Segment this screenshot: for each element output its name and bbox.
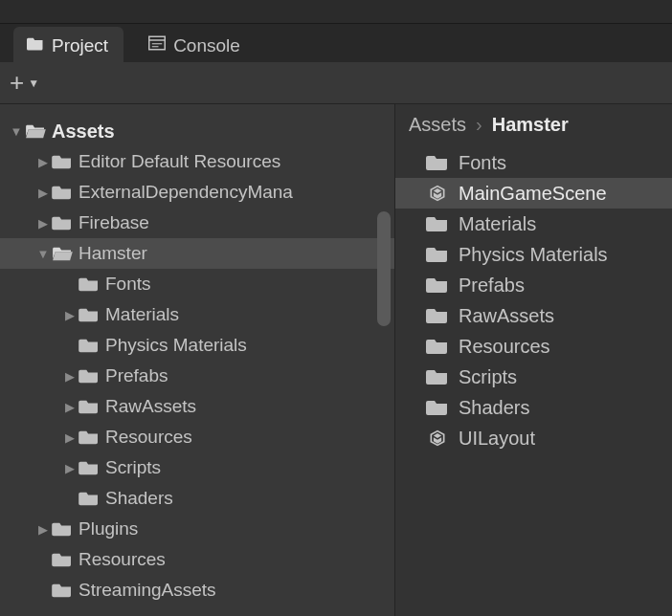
content-item-label: Resources <box>459 336 550 358</box>
breadcrumb-current[interactable]: Hamster <box>492 114 569 136</box>
tab-console[interactable]: Console <box>135 27 256 62</box>
tree-item[interactable]: ▶Firebase <box>0 208 394 238</box>
folder-icon <box>426 245 449 264</box>
content-folder-item[interactable]: Prefabs <box>395 270 672 300</box>
content-folder-item[interactable]: Physics Materials <box>395 239 672 270</box>
chevron-right-icon[interactable]: ▶ <box>34 216 52 231</box>
content-folder-item[interactable]: Fonts <box>395 147 672 178</box>
plus-icon: + <box>10 68 24 98</box>
tree-item-label: Prefabs <box>105 365 168 386</box>
chevron-down-icon: ▼ <box>8 124 25 139</box>
content-scene-item[interactable]: MainGameScene <box>395 178 672 209</box>
window-title-bar <box>0 0 672 24</box>
tree-root[interactable]: ▼Assets <box>0 116 394 146</box>
content-scene-item[interactable]: UILayout <box>395 423 672 453</box>
chevron-down-icon: ▼ <box>28 77 39 90</box>
tree-root-label: Assets <box>52 121 115 143</box>
content-item-label: MainGameScene <box>459 183 607 205</box>
folder-icon <box>52 153 73 170</box>
folder-tree[interactable]: ▼Assets▶Editor Default Resources▶Externa… <box>0 104 394 605</box>
folder-icon <box>52 245 73 262</box>
folder-icon <box>78 429 100 446</box>
tree-item-label: Shaders <box>105 488 173 509</box>
folder-icon <box>426 337 449 356</box>
folder-tree-pane: ▼Assets▶Editor Default Resources▶Externa… <box>0 104 394 616</box>
tree-item[interactable]: ▶Prefabs <box>0 361 394 391</box>
tree-item-label: Resources <box>105 427 192 448</box>
folder-icon <box>426 367 449 386</box>
tree-item[interactable]: ▶ExternalDependencyMana <box>0 177 394 208</box>
tree-item[interactable]: Physics Materials <box>0 330 394 361</box>
tree-item-label: Materials <box>105 304 179 325</box>
console-icon <box>148 34 166 56</box>
content-folder-item[interactable]: Materials <box>395 209 672 239</box>
folder-icon <box>78 306 100 323</box>
folder-icon <box>52 582 73 599</box>
breadcrumb[interactable]: Assets › Hamster <box>395 104 672 143</box>
add-button[interactable]: + ▼ <box>10 68 39 98</box>
folder-icon <box>426 153 449 172</box>
chevron-right-icon[interactable]: ▶ <box>61 430 78 445</box>
tree-item-label: Plugins <box>78 518 138 539</box>
chevron-right-icon[interactable]: ▶ <box>61 369 78 384</box>
folder-icon <box>52 184 73 201</box>
chevron-right-icon[interactable]: ▶ <box>61 400 78 414</box>
tree-item[interactable]: Shaders <box>0 483 394 514</box>
content-list[interactable]: FontsMainGameSceneMaterialsPhysics Mater… <box>395 143 672 457</box>
content-item-label: Materials <box>459 213 536 235</box>
content-pane: Assets › Hamster FontsMainGameSceneMater… <box>394 104 672 616</box>
content-folder-item[interactable]: RawAssets <box>395 300 672 331</box>
tree-item-label: Scripts <box>105 457 161 478</box>
tab-project-label: Project <box>52 35 108 56</box>
folder-icon <box>78 490 100 507</box>
tree-item[interactable]: Fonts <box>0 269 394 299</box>
tree-item[interactable]: ▼Hamster <box>0 238 394 269</box>
folder-icon <box>426 398 449 417</box>
folder-open-icon <box>25 122 46 140</box>
chevron-down-icon[interactable]: ▼ <box>34 247 52 261</box>
tree-item-label: Physics Materials <box>105 335 247 356</box>
chevron-right-icon[interactable]: ▶ <box>61 461 78 475</box>
chevron-right-icon[interactable]: ▶ <box>61 308 78 322</box>
tree-item[interactable]: ▶Editor Default Resources <box>0 146 394 177</box>
content-item-label: Fonts <box>459 152 506 174</box>
tree-item-label: StreamingAssets <box>78 580 216 601</box>
folder-icon <box>78 367 100 385</box>
folder-icon <box>78 275 100 293</box>
project-toolbar: + ▼ <box>0 62 672 104</box>
svg-rect-0 <box>149 36 166 50</box>
unity-scene-icon <box>426 429 449 448</box>
chevron-right-icon: › <box>476 114 482 136</box>
folder-icon <box>52 551 73 568</box>
chevron-right-icon[interactable]: ▶ <box>34 522 52 537</box>
split-panes: ▼Assets▶Editor Default Resources▶Externa… <box>0 104 672 616</box>
tree-item-label: ExternalDependencyMana <box>78 182 293 203</box>
unity-scene-icon <box>426 184 449 203</box>
tree-item[interactable]: ▶Materials <box>0 299 394 330</box>
tree-item[interactable]: Resources <box>0 544 394 575</box>
content-item-label: RawAssets <box>459 305 554 327</box>
tree-item[interactable]: ▶Plugins <box>0 514 394 544</box>
folder-icon <box>426 214 449 233</box>
content-folder-item[interactable]: Shaders <box>395 392 672 423</box>
tree-item[interactable]: StreamingAssets <box>0 575 394 605</box>
tree-item[interactable]: ▶Resources <box>0 422 394 452</box>
chevron-right-icon[interactable]: ▶ <box>34 155 52 169</box>
panel-tabs: Project Console <box>0 24 672 62</box>
content-item-label: Physics Materials <box>459 244 608 266</box>
tree-item-label: Firebase <box>78 212 149 233</box>
tree-item[interactable]: ▶RawAssets <box>0 391 394 422</box>
tree-scrollbar[interactable] <box>377 211 391 326</box>
folder-icon <box>52 520 73 538</box>
tree-item-label: RawAssets <box>105 396 196 417</box>
chevron-right-icon[interactable]: ▶ <box>34 186 52 200</box>
content-item-label: UILayout <box>459 428 535 450</box>
breadcrumb-root[interactable]: Assets <box>409 114 466 136</box>
content-item-label: Scripts <box>459 366 517 388</box>
tree-item-label: Hamster <box>78 243 147 264</box>
tab-project[interactable]: Project <box>13 27 123 62</box>
content-item-label: Shaders <box>459 397 530 419</box>
tree-item[interactable]: ▶Scripts <box>0 452 394 483</box>
content-folder-item[interactable]: Scripts <box>395 362 672 392</box>
content-folder-item[interactable]: Resources <box>395 331 672 362</box>
